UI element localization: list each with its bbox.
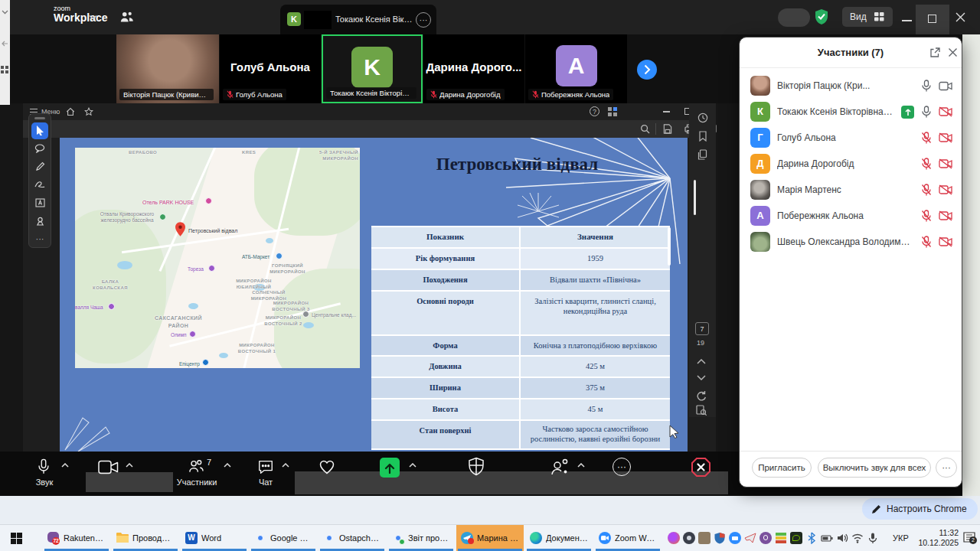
bookmark-star-icon[interactable] (84, 107, 93, 116)
close-panel-icon[interactable] (948, 47, 958, 57)
highlighter-tool[interactable] (31, 177, 48, 194)
viber-tray-icon[interactable] (760, 532, 772, 544)
viewer-minimize-button[interactable] (663, 111, 670, 112)
taskbar-app-viber[interactable]: 72 Rakuten Vi... (43, 525, 110, 551)
participant-row[interactable]: Швець Олександра Володимирівна, з... (746, 229, 957, 255)
mic-options-chevron[interactable] (61, 463, 69, 468)
video-tile-poberezhniak[interactable]: A Побережняк Альона (525, 34, 627, 103)
wifi-tray-icon[interactable] (851, 532, 864, 544)
search-icon[interactable] (640, 124, 650, 134)
nvidia-tray-icon[interactable] (790, 532, 802, 544)
participant-row[interactable]: Г Голуб Альона (746, 125, 957, 151)
mute-all-button[interactable]: Выключить звук для всех (818, 458, 931, 478)
customize-chrome-button[interactable]: Настроить Chrome (862, 498, 978, 520)
app-label: Марина А... (477, 533, 519, 543)
taskbar-app-edge[interactable]: Документ... (525, 525, 593, 551)
help-icon[interactable]: ? (590, 106, 599, 116)
zoom-page-icon[interactable] (696, 405, 707, 416)
taskbar-app-chrome2[interactable]: Ostapchuk ... (318, 525, 386, 551)
apps-grid-icon[interactable] (608, 107, 617, 116)
map-label-pin: Петровський відвал (188, 228, 237, 233)
contacts-icon[interactable] (119, 10, 135, 24)
close-button[interactable] (956, 12, 965, 22)
bluetooth-tray-icon[interactable] (805, 532, 818, 544)
end-meeting-button[interactable] (691, 457, 711, 478)
taskbar-app-explorer[interactable]: Проводник (112, 525, 179, 551)
current-page-box[interactable]: 7 (695, 322, 709, 335)
minimize-button[interactable] (902, 20, 912, 21)
more-tools[interactable]: ··· (31, 230, 48, 247)
participants-button[interactable] (187, 458, 205, 475)
video-tile-tokaiuk[interactable]: K Токаюк Ксенія Вікторівна... (322, 34, 423, 103)
mic-button[interactable] (35, 458, 52, 475)
tray-date: 10.12.2025 (918, 538, 959, 547)
slide-scrollbar[interactable] (668, 227, 671, 266)
chat-options-chevron[interactable] (282, 463, 289, 468)
pen-tool[interactable] (31, 158, 48, 175)
next-participants-button[interactable] (637, 60, 657, 80)
camera-button[interactable] (98, 460, 119, 474)
firefox-tray-icon[interactable] (668, 532, 680, 544)
chevron-down-icon[interactable] (89, 15, 97, 20)
invite-button[interactable]: Пригласить (752, 458, 812, 478)
page-up-icon[interactable] (697, 359, 706, 364)
meeting-title: Токаюк Ксенія Вікторівн (335, 5, 413, 34)
video-tile-viktoriia[interactable]: Вікторія Пацюк (Кривий ... (116, 34, 219, 103)
language-indicator[interactable]: УКР (893, 533, 909, 543)
participant-row[interactable]: Вікторія Пацюк (Кри... (746, 73, 957, 99)
clock[interactable]: 11:32 10.12.2025 (917, 528, 959, 548)
notification-center[interactable]: 2 (963, 532, 975, 543)
select-tool[interactable] (31, 122, 48, 139)
save-icon[interactable] (663, 124, 672, 134)
drag-handle[interactable] (34, 117, 45, 119)
participants-options-chevron[interactable] (224, 463, 231, 468)
popout-icon[interactable] (929, 47, 940, 58)
ai-companion-button[interactable] (550, 458, 570, 476)
camera-options-chevron[interactable] (126, 463, 133, 468)
taskbar-app-zoom[interactable]: Zoom Wor... (594, 525, 662, 551)
security-button[interactable] (467, 457, 485, 477)
taskbar-app-chrome3[interactable]: Звіт про п... (387, 525, 455, 551)
start-button[interactable] (11, 533, 22, 544)
panel-more-button[interactable]: ··· (936, 458, 957, 478)
more-button[interactable]: ··· (612, 458, 631, 476)
participant-row[interactable]: А Побережняк Альона (746, 203, 957, 229)
battery-tray-icon[interactable] (821, 532, 833, 544)
rotate-icon[interactable] (696, 390, 707, 401)
taskbar-app-word[interactable]: W Word (181, 525, 248, 551)
meeting-tab[interactable]: K Токаюк Ксенія Вікторівн ··· (280, 5, 436, 34)
ai-options-chevron[interactable] (577, 463, 585, 468)
bookmark-icon[interactable] (698, 131, 707, 142)
share-options-chevron[interactable] (409, 463, 416, 468)
participant-row[interactable]: Марія Мартенс (746, 177, 957, 203)
comment-tool[interactable] (31, 141, 48, 158)
volume-tray-icon[interactable] (836, 532, 848, 544)
defender-tray-icon[interactable] (714, 532, 726, 544)
reactions-button[interactable] (317, 458, 337, 476)
viewer-scrollbar[interactable] (694, 180, 696, 215)
participant-row[interactable]: Д Дарина Дорогобід (746, 151, 957, 177)
page-down-icon[interactable] (697, 375, 706, 380)
stamp-tool[interactable] (31, 213, 48, 230)
view-button[interactable]: Вид (842, 7, 893, 27)
share-screen-button[interactable] (380, 458, 400, 478)
participant-row[interactable]: К Токаюк Ксенія Вікторівна, здобув... (746, 99, 957, 125)
pages-icon[interactable] (697, 149, 707, 160)
video-tile-holub[interactable]: Голуб Альона Голуб Альона (220, 34, 321, 103)
mic-tray-icon[interactable] (867, 532, 879, 544)
history-icon[interactable] (697, 112, 708, 123)
maximize-button[interactable] (916, 5, 949, 34)
security-shield-icon[interactable] (814, 8, 829, 25)
zoom-tray-icon[interactable] (729, 532, 741, 544)
text-box-tool[interactable] (31, 194, 48, 211)
grid-tray-icon[interactable] (775, 532, 787, 544)
home-icon[interactable] (66, 107, 75, 116)
send-tray-icon[interactable] (744, 532, 756, 544)
taskbar-app-telegram[interactable]: Марина А... (456, 525, 524, 551)
chat-button[interactable] (257, 458, 274, 475)
meeting-more-icon[interactable]: ··· (416, 12, 431, 28)
folder-tray-icon[interactable] (698, 532, 710, 544)
video-tile-daryna[interactable]: Дарина Дорого... Дарина Дорогобід (423, 34, 524, 103)
taskbar-app-chrome1[interactable]: Google Ch... (250, 525, 317, 551)
settings-tray-icon[interactable] (683, 532, 695, 544)
